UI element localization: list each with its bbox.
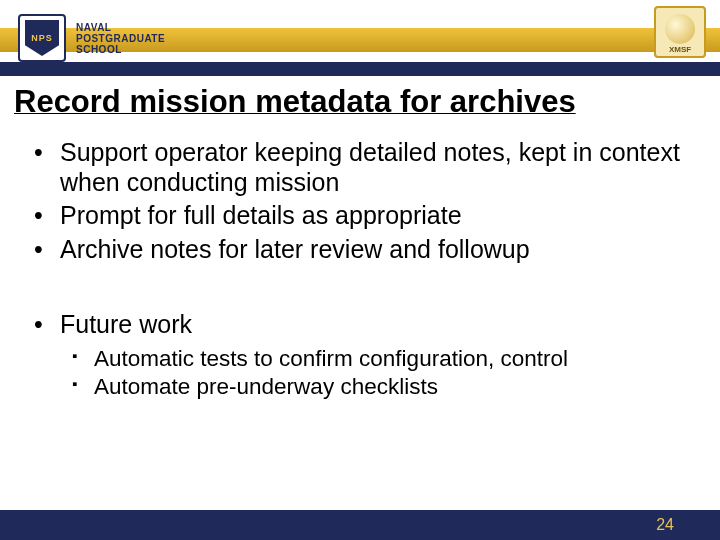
nps-logo-block: NPS NAVAL POSTGRADUATE SCHOOL	[18, 14, 165, 62]
org-line-1: NAVAL	[76, 22, 165, 33]
xmsf-logo-icon: XMSF	[654, 6, 706, 58]
nps-org-text: NAVAL POSTGRADUATE SCHOOL	[76, 22, 165, 55]
bullet-future: Future work Automatic tests to confirm c…	[28, 310, 692, 401]
org-line-2: POSTGRADUATE	[76, 33, 165, 44]
slide-title: Record mission metadata for archives	[14, 84, 720, 120]
sub-bullet-item: Automate pre-underway checklists	[60, 374, 692, 401]
xmsf-face-icon	[665, 14, 695, 44]
bullet-item: Archive notes for later review and follo…	[28, 235, 692, 265]
footer-bar: 24	[0, 510, 720, 540]
navy-band-top	[0, 62, 720, 76]
bullet-item: Prompt for full details as appropriate	[28, 201, 692, 231]
xmsf-label: XMSF	[669, 45, 691, 54]
future-heading: Future work	[60, 310, 192, 338]
bullet-item: Support operator keeping detailed notes,…	[28, 138, 692, 197]
slide-body: Support operator keeping detailed notes,…	[0, 120, 720, 510]
page-number: 24	[656, 516, 674, 534]
org-line-3: SCHOOL	[76, 44, 165, 55]
slide: NPS NAVAL POSTGRADUATE SCHOOL XMSF Recor…	[0, 0, 720, 540]
header: NPS NAVAL POSTGRADUATE SCHOOL XMSF	[0, 0, 720, 62]
sub-bullet-item: Automatic tests to confirm configuration…	[60, 346, 692, 373]
nps-shield-text: NPS	[31, 33, 53, 43]
nps-shield-icon: NPS	[18, 14, 66, 62]
